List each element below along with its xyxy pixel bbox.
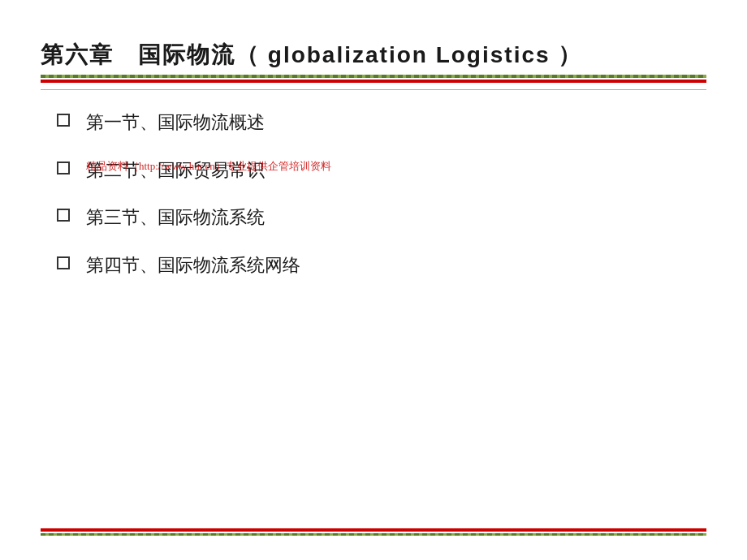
item-watermark-container: 第二节、国际贸易常识 精品资料（http://www.hnr.cn）专业提供企管… [86, 158, 265, 183]
title-line-green [41, 75, 706, 78]
bottom-decoration [41, 528, 706, 536]
title-decoration [41, 75, 706, 81]
checkbox-icon-3 [57, 209, 70, 222]
list-item: 第二节、国际贸易常识 精品资料（http://www.hnr.cn）专业提供企管… [57, 158, 706, 183]
title-line-red [41, 80, 706, 83]
item-text-4: 第四节、国际物流系统网络 [86, 253, 300, 278]
content-list: 第一节、国际物流概述 第二节、国际贸易常识 精品资料（http://www.hn… [41, 110, 706, 278]
slide-container: 第六章 国际物流（ globalization Logistics ） 第一节、… [0, 0, 747, 560]
checkbox-icon-4 [57, 256, 70, 269]
item-text-1: 第一节、国际物流概述 [86, 110, 265, 136]
separator-line [41, 89, 706, 90]
checkbox-icon-1 [57, 114, 70, 127]
title-area: 第六章 国际物流（ globalization Logistics ） [41, 41, 706, 90]
list-item: 第三节、国际物流系统 [57, 205, 706, 230]
item-text-3: 第三节、国际物流系统 [86, 205, 265, 230]
bottom-line-green [41, 533, 706, 536]
item-text-2: 第二节、国际贸易常识 [86, 160, 265, 180]
bottom-line-red [41, 528, 706, 532]
list-item: 第一节、国际物流概述 [57, 110, 706, 136]
checkbox-icon-2 [57, 162, 70, 174]
list-item: 第四节、国际物流系统网络 [57, 253, 706, 278]
slide-title: 第六章 国际物流（ globalization Logistics ） [41, 41, 706, 70]
